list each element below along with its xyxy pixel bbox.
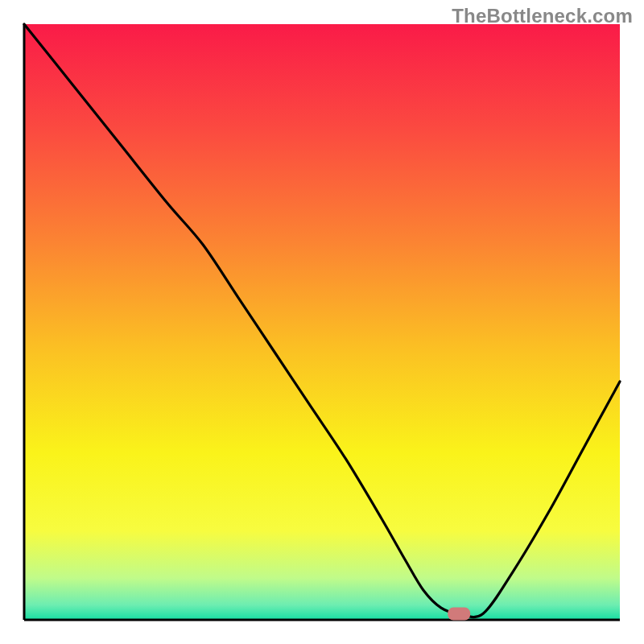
chart-container: TheBottleneck.com	[0, 0, 644, 644]
plot-background	[24, 24, 620, 620]
watermark-text: TheBottleneck.com	[452, 5, 633, 27]
optimal-marker	[448, 608, 470, 621]
bottleneck-chart	[0, 0, 644, 644]
